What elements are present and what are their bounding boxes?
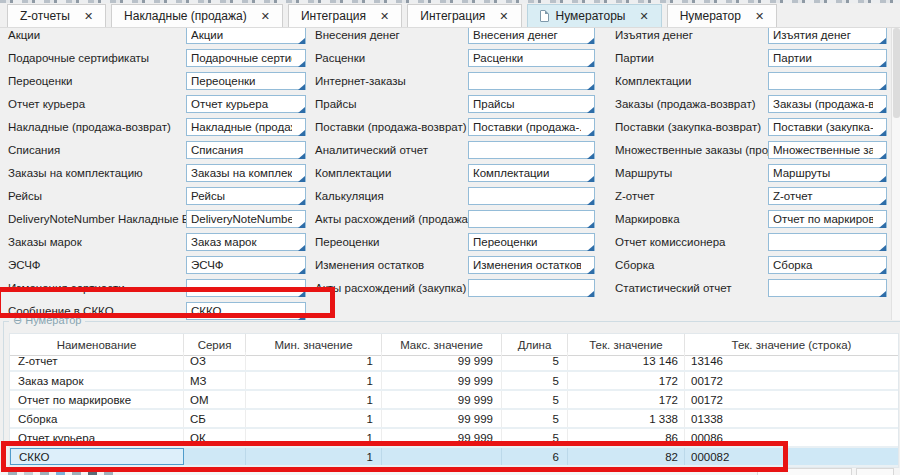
field-input[interactable] bbox=[186, 164, 306, 182]
tab-0[interactable]: Z-отчеты ✕ bbox=[7, 4, 106, 27]
table-cell[interactable]: 1 bbox=[246, 410, 382, 427]
field-input[interactable] bbox=[468, 164, 595, 182]
field-input[interactable] bbox=[186, 187, 306, 205]
field-input[interactable] bbox=[768, 233, 887, 251]
tab-5[interactable]: Нумератор ✕ bbox=[667, 4, 777, 27]
table-cell[interactable]: 172 bbox=[568, 372, 685, 389]
close-icon[interactable]: ✕ bbox=[84, 11, 93, 22]
table-cell[interactable]: 1 bbox=[246, 352, 382, 370]
tab-3[interactable]: Интеграция ✕ bbox=[407, 4, 521, 27]
table-cell[interactable]: 5 bbox=[502, 352, 568, 370]
table-cell[interactable]: 1 bbox=[246, 391, 382, 408]
table-cell[interactable]: 99 999 bbox=[382, 372, 502, 389]
field-input[interactable] bbox=[768, 187, 887, 205]
field-input[interactable] bbox=[186, 256, 306, 274]
field-input[interactable] bbox=[468, 233, 595, 251]
field-input[interactable] bbox=[186, 26, 306, 44]
table-cell[interactable]: 5 bbox=[502, 410, 568, 427]
field-input[interactable] bbox=[468, 72, 595, 90]
field-input[interactable] bbox=[186, 279, 306, 297]
table-cell[interactable]: 00086 bbox=[685, 429, 898, 446]
close-icon[interactable]: ✕ bbox=[499, 11, 508, 22]
field-input[interactable] bbox=[186, 302, 306, 320]
table-cell[interactable]: 99 999 bbox=[382, 429, 502, 446]
table-cell[interactable]: 1 bbox=[246, 372, 382, 389]
table-cell[interactable]: 00172 bbox=[685, 372, 898, 389]
field-input[interactable] bbox=[468, 26, 595, 44]
table-cell[interactable]: Отчет курьера bbox=[10, 429, 184, 446]
table-cell[interactable]: 99 999 bbox=[382, 352, 502, 370]
table-cell[interactable]: 00172 bbox=[685, 391, 898, 408]
table-cell[interactable]: Z-отчет bbox=[10, 352, 184, 370]
tab-1[interactable]: Накладные (продажа) ✕ bbox=[111, 4, 283, 27]
table-row[interactable]: Заказ марокМЗ199 999517200172 bbox=[10, 372, 898, 391]
table-cell[interactable]: Заказ марок bbox=[10, 372, 184, 389]
tab-2[interactable]: Интеграция ✕ bbox=[288, 4, 402, 27]
table-cell[interactable]: ОЗ bbox=[184, 352, 246, 370]
field-input[interactable] bbox=[768, 72, 887, 90]
table-cell[interactable]: 86 bbox=[568, 429, 685, 446]
table-cell[interactable] bbox=[382, 448, 502, 465]
table-cell[interactable]: МЗ bbox=[184, 372, 246, 389]
table-row[interactable]: Отчет по маркировкеОМ199 999517200172 bbox=[10, 391, 898, 410]
table-row-selected[interactable]: СККО1682000082 bbox=[10, 448, 898, 467]
table-cell[interactable]: 99 999 bbox=[382, 391, 502, 408]
field-input[interactable] bbox=[768, 95, 887, 113]
field-input[interactable] bbox=[768, 164, 887, 182]
scrollbar-thumb[interactable] bbox=[893, 28, 900, 118]
table-cell[interactable]: Сборка bbox=[10, 410, 184, 427]
field-input[interactable] bbox=[468, 187, 595, 205]
field-input[interactable] bbox=[186, 49, 306, 67]
close-icon[interactable]: ✕ bbox=[639, 11, 648, 22]
table-cell[interactable]: 01338 bbox=[685, 410, 898, 427]
table-cell[interactable]: 6 bbox=[502, 448, 568, 465]
table-row[interactable]: Отчет курьераОК199 99958600086 bbox=[10, 429, 898, 448]
field-input[interactable] bbox=[468, 256, 595, 274]
table-cell[interactable]: 13 146 bbox=[568, 352, 685, 370]
field-input[interactable] bbox=[768, 118, 887, 136]
field-input[interactable] bbox=[186, 95, 306, 113]
field-input[interactable] bbox=[768, 26, 887, 44]
field-input[interactable] bbox=[768, 256, 887, 274]
table-cell[interactable]: 5 bbox=[502, 429, 568, 446]
table-row[interactable]: СборкаСБ199 99951 33801338 bbox=[10, 410, 898, 429]
table-cell[interactable]: ОМ bbox=[184, 391, 246, 408]
table-cell[interactable]: 13146 bbox=[685, 352, 898, 370]
table-cell[interactable]: 1 bbox=[246, 448, 382, 465]
vertical-scrollbar[interactable] bbox=[891, 24, 900, 320]
field-input[interactable] bbox=[186, 118, 306, 136]
field-input[interactable] bbox=[768, 141, 887, 159]
field-input[interactable] bbox=[468, 118, 595, 136]
table-cell[interactable]: ОК bbox=[184, 429, 246, 446]
field-input[interactable] bbox=[186, 141, 306, 159]
field-input[interactable] bbox=[468, 210, 595, 228]
table-row[interactable]: Z-отчетОЗ199 999513 14613146 bbox=[10, 356, 898, 372]
table-cell[interactable]: 000082 bbox=[685, 448, 898, 465]
field-input[interactable] bbox=[768, 210, 887, 228]
close-icon[interactable]: ✕ bbox=[261, 11, 270, 22]
table-cell[interactable]: Отчет по маркировке bbox=[10, 391, 184, 408]
field-input[interactable] bbox=[468, 49, 595, 67]
close-icon[interactable]: ✕ bbox=[755, 11, 764, 22]
table-cell[interactable] bbox=[184, 448, 246, 465]
table-cell[interactable]: 5 bbox=[502, 391, 568, 408]
field-input[interactable] bbox=[186, 210, 306, 228]
table-cell[interactable]: 1 bbox=[246, 429, 382, 446]
table-cell[interactable]: СККО bbox=[10, 448, 184, 465]
table-cell[interactable]: СБ bbox=[184, 410, 246, 427]
collapse-icon[interactable]: ⊖ bbox=[13, 314, 22, 326]
field-input[interactable] bbox=[186, 72, 306, 90]
table-cell[interactable]: 82 bbox=[568, 448, 685, 465]
table-cell[interactable]: 172 bbox=[568, 391, 685, 408]
table-cell[interactable]: 5 bbox=[502, 372, 568, 389]
field-input[interactable] bbox=[468, 95, 595, 113]
field-input[interactable] bbox=[768, 279, 887, 297]
field-input[interactable] bbox=[768, 49, 887, 67]
tab-4-active[interactable]: Нумераторы ✕ bbox=[527, 4, 662, 27]
table-cell[interactable]: 1 338 bbox=[568, 410, 685, 427]
field-input[interactable] bbox=[468, 279, 595, 297]
table-cell[interactable]: 99 999 bbox=[382, 410, 502, 427]
close-icon[interactable]: ✕ bbox=[380, 11, 389, 22]
field-input[interactable] bbox=[468, 141, 595, 159]
field-input[interactable] bbox=[186, 233, 306, 251]
